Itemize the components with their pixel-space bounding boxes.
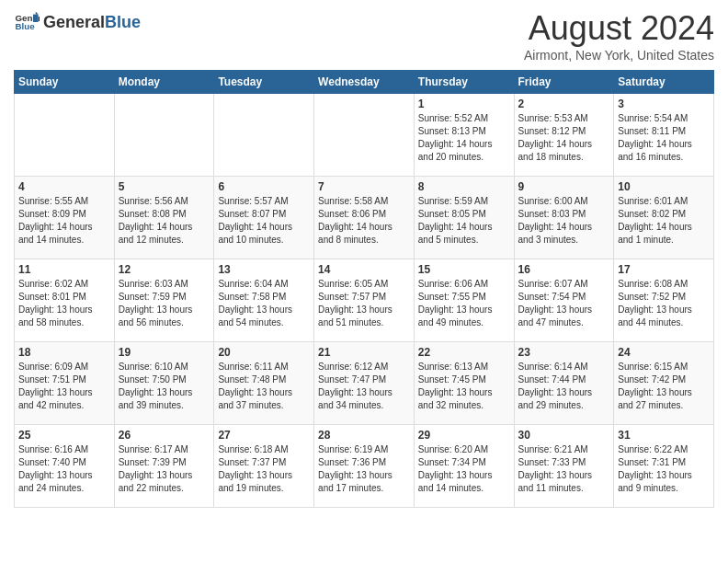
day-number: 31	[618, 429, 710, 442]
day-number: 23	[518, 346, 610, 359]
calendar-cell	[114, 94, 214, 177]
day-number: 12	[119, 263, 210, 276]
month-year-title: August 2024	[524, 9, 714, 48]
cell-content: Sunrise: 6:04 AMSunset: 7:58 PMDaylight:…	[218, 278, 310, 329]
day-number: 2	[518, 98, 610, 110]
calendar-cell: 15Sunrise: 6:06 AMSunset: 7:55 PMDayligh…	[414, 259, 514, 342]
day-number: 4	[18, 180, 110, 193]
cell-content: Sunrise: 6:14 AMSunset: 7:44 PMDaylight:…	[518, 361, 610, 412]
calendar-cell	[15, 94, 115, 177]
calendar-cell: 29Sunrise: 6:20 AMSunset: 7:34 PMDayligh…	[414, 425, 514, 508]
cell-content: Sunrise: 6:22 AMSunset: 7:31 PMDaylight:…	[618, 443, 710, 495]
logo: General Blue GeneralBlue	[14, 9, 141, 35]
day-number: 22	[418, 346, 510, 359]
calendar-cell: 18Sunrise: 6:09 AMSunset: 7:51 PMDayligh…	[15, 342, 115, 425]
calendar-week-row: 4Sunrise: 5:55 AMSunset: 8:09 PMDaylight…	[15, 177, 714, 259]
day-number: 25	[18, 429, 110, 442]
calendar-week-row: 11Sunrise: 6:02 AMSunset: 8:01 PMDayligh…	[15, 259, 714, 342]
cell-content: Sunrise: 6:08 AMSunset: 7:52 PMDaylight:…	[618, 278, 710, 329]
calendar-cell: 9Sunrise: 6:00 AMSunset: 8:03 PMDaylight…	[514, 177, 614, 259]
calendar-cell: 1Sunrise: 5:52 AMSunset: 8:13 PMDaylight…	[414, 94, 514, 177]
calendar-cell: 25Sunrise: 6:16 AMSunset: 7:40 PMDayligh…	[15, 425, 115, 508]
day-number: 30	[518, 429, 610, 442]
calendar-cell: 30Sunrise: 6:21 AMSunset: 7:33 PMDayligh…	[514, 425, 614, 508]
calendar-cell: 20Sunrise: 6:11 AMSunset: 7:48 PMDayligh…	[214, 342, 314, 425]
calendar-cell: 24Sunrise: 6:15 AMSunset: 7:42 PMDayligh…	[614, 342, 714, 425]
cell-content: Sunrise: 6:19 AMSunset: 7:36 PMDaylight:…	[318, 443, 410, 495]
day-number: 7	[318, 180, 410, 193]
cell-content: Sunrise: 5:54 AMSunset: 8:11 PMDaylight:…	[618, 112, 710, 164]
calendar-body: 1Sunrise: 5:52 AMSunset: 8:13 PMDaylight…	[15, 94, 714, 508]
cell-content: Sunrise: 5:56 AMSunset: 8:08 PMDaylight:…	[119, 195, 210, 247]
calendar-cell: 13Sunrise: 6:04 AMSunset: 7:58 PMDayligh…	[214, 259, 314, 342]
day-number: 6	[218, 180, 310, 193]
logo-icon: General Blue	[14, 9, 40, 35]
day-number: 19	[119, 346, 210, 359]
day-of-week-header: Thursday	[414, 71, 514, 94]
calendar-header-row: SundayMondayTuesdayWednesdayThursdayFrid…	[15, 71, 714, 94]
cell-content: Sunrise: 6:06 AMSunset: 7:55 PMDaylight:…	[418, 278, 510, 329]
day-of-week-header: Wednesday	[314, 71, 415, 94]
day-number: 13	[218, 263, 310, 276]
cell-content: Sunrise: 6:07 AMSunset: 7:54 PMDaylight:…	[518, 278, 610, 329]
cell-content: Sunrise: 5:57 AMSunset: 8:07 PMDaylight:…	[218, 195, 310, 247]
calendar-cell: 23Sunrise: 6:14 AMSunset: 7:44 PMDayligh…	[514, 342, 614, 425]
calendar-week-row: 25Sunrise: 6:16 AMSunset: 7:40 PMDayligh…	[15, 425, 714, 508]
day-of-week-header: Saturday	[614, 71, 714, 94]
cell-content: Sunrise: 5:55 AMSunset: 8:09 PMDaylight:…	[18, 195, 110, 247]
calendar-cell	[214, 94, 314, 177]
day-number: 1	[418, 98, 510, 110]
cell-content: Sunrise: 6:01 AMSunset: 8:02 PMDaylight:…	[618, 195, 710, 247]
cell-content: Sunrise: 6:16 AMSunset: 7:40 PMDaylight:…	[18, 443, 110, 495]
day-number: 29	[418, 429, 510, 442]
cell-content: Sunrise: 6:05 AMSunset: 7:57 PMDaylight:…	[318, 278, 410, 329]
svg-marker-2	[33, 15, 39, 22]
day-number: 17	[618, 263, 710, 276]
calendar-cell: 14Sunrise: 6:05 AMSunset: 7:57 PMDayligh…	[314, 259, 415, 342]
cell-content: Sunrise: 6:11 AMSunset: 7:48 PMDaylight:…	[218, 361, 310, 412]
cell-content: Sunrise: 6:09 AMSunset: 7:51 PMDaylight:…	[18, 361, 110, 412]
cell-content: Sunrise: 6:21 AMSunset: 7:33 PMDaylight:…	[518, 443, 610, 495]
svg-text:Blue: Blue	[15, 21, 35, 31]
cell-content: Sunrise: 6:15 AMSunset: 7:42 PMDaylight:…	[618, 361, 710, 412]
cell-content: Sunrise: 5:58 AMSunset: 8:06 PMDaylight:…	[318, 195, 410, 247]
day-number: 27	[218, 429, 310, 442]
cell-content: Sunrise: 6:02 AMSunset: 8:01 PMDaylight:…	[18, 278, 110, 329]
day-number: 18	[18, 346, 110, 359]
cell-content: Sunrise: 6:13 AMSunset: 7:45 PMDaylight:…	[418, 361, 510, 412]
calendar-cell	[314, 94, 415, 177]
location-subtitle: Airmont, New York, United States	[524, 48, 714, 63]
calendar-cell: 31Sunrise: 6:22 AMSunset: 7:31 PMDayligh…	[614, 425, 714, 508]
calendar-cell: 3Sunrise: 5:54 AMSunset: 8:11 PMDaylight…	[614, 94, 714, 177]
day-number: 28	[318, 429, 410, 442]
calendar-cell: 22Sunrise: 6:13 AMSunset: 7:45 PMDayligh…	[414, 342, 514, 425]
day-number: 14	[318, 263, 410, 276]
calendar-cell: 6Sunrise: 5:57 AMSunset: 8:07 PMDaylight…	[214, 177, 314, 259]
day-of-week-header: Tuesday	[214, 71, 314, 94]
day-number: 20	[218, 346, 310, 359]
cell-content: Sunrise: 5:59 AMSunset: 8:05 PMDaylight:…	[418, 195, 510, 247]
day-number: 26	[119, 429, 210, 442]
calendar-cell: 27Sunrise: 6:18 AMSunset: 7:37 PMDayligh…	[214, 425, 314, 508]
day-number: 21	[318, 346, 410, 359]
calendar-cell: 2Sunrise: 5:53 AMSunset: 8:12 PMDaylight…	[514, 94, 614, 177]
calendar-cell: 19Sunrise: 6:10 AMSunset: 7:50 PMDayligh…	[114, 342, 214, 425]
day-of-week-header: Friday	[514, 71, 614, 94]
calendar-cell: 21Sunrise: 6:12 AMSunset: 7:47 PMDayligh…	[314, 342, 415, 425]
calendar-cell: 17Sunrise: 6:08 AMSunset: 7:52 PMDayligh…	[614, 259, 714, 342]
cell-content: Sunrise: 6:03 AMSunset: 7:59 PMDaylight:…	[119, 278, 210, 329]
calendar-cell: 16Sunrise: 6:07 AMSunset: 7:54 PMDayligh…	[514, 259, 614, 342]
calendar-week-row: 18Sunrise: 6:09 AMSunset: 7:51 PMDayligh…	[15, 342, 714, 425]
calendar-table: SundayMondayTuesdayWednesdayThursdayFrid…	[14, 70, 714, 508]
day-number: 16	[518, 263, 610, 276]
cell-content: Sunrise: 6:00 AMSunset: 8:03 PMDaylight:…	[518, 195, 610, 247]
calendar-cell: 10Sunrise: 6:01 AMSunset: 8:02 PMDayligh…	[614, 177, 714, 259]
title-section: August 2024 Airmont, New York, United St…	[524, 9, 714, 63]
calendar-cell: 7Sunrise: 5:58 AMSunset: 8:06 PMDaylight…	[314, 177, 415, 259]
page-header: General Blue GeneralBlue August 2024 Air…	[14, 9, 714, 63]
cell-content: Sunrise: 5:53 AMSunset: 8:12 PMDaylight:…	[518, 112, 610, 164]
day-of-week-header: Monday	[114, 71, 214, 94]
day-number: 10	[618, 180, 710, 193]
day-number: 9	[518, 180, 610, 193]
cell-content: Sunrise: 6:10 AMSunset: 7:50 PMDaylight:…	[119, 361, 210, 412]
